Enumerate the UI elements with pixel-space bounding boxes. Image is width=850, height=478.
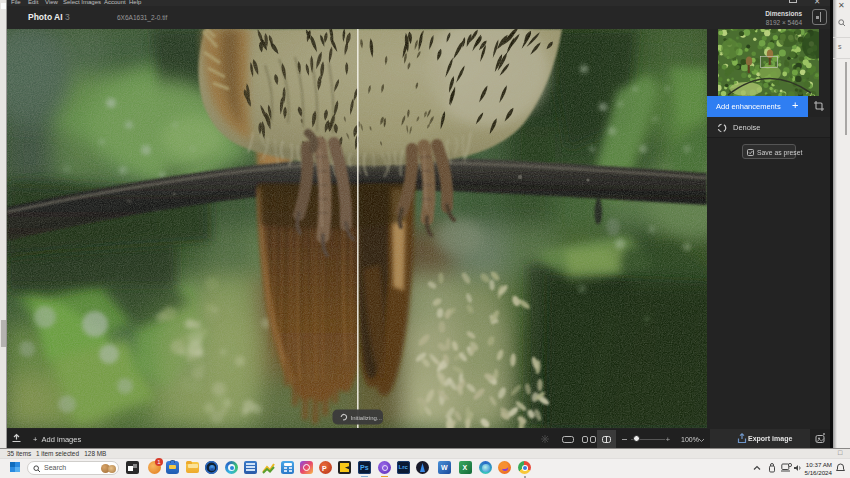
svg-text:Initializing...: Initializing... (351, 415, 383, 421)
